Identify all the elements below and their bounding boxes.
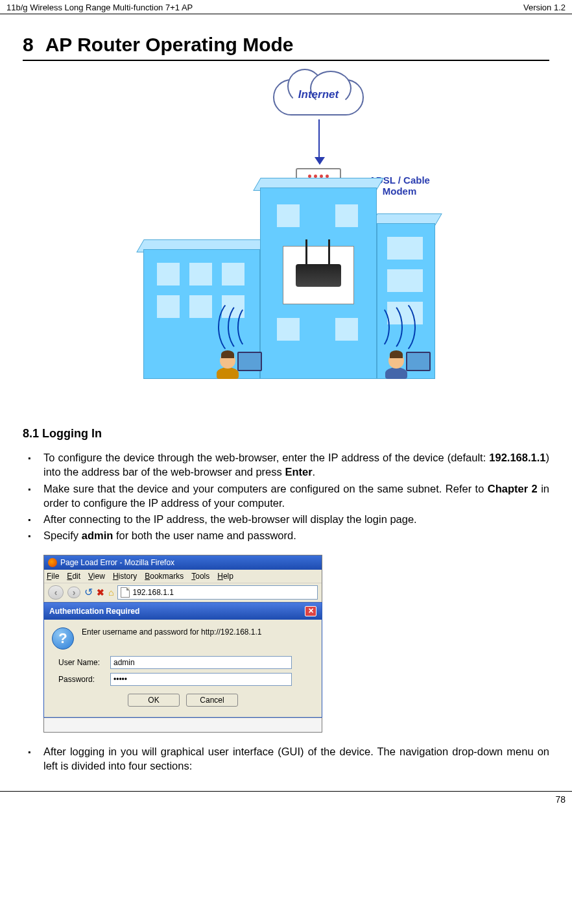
browser-toolbar: ‹ › ↺ ✖ ⌂ 192.168.1.1 — [44, 583, 322, 602]
menu-history[interactable]: History — [113, 572, 137, 581]
arrow-down-icon — [315, 157, 325, 165]
close-icon[interactable]: ✕ — [305, 606, 316, 616]
monitor-icon — [406, 352, 431, 371]
browser-screenshot: Page Load Error - Mozilla Firefox File E… — [43, 555, 549, 733]
user-icon — [215, 353, 241, 379]
instruction-list: To configure the device through the web-… — [23, 450, 549, 543]
page-footer: 78 — [0, 791, 572, 807]
doc-title: 11b/g Wireless Long Range Multi-function… — [6, 3, 193, 12]
browser-menubar: File Edit View History Bookmarks Tools H… — [44, 570, 322, 583]
internet-cloud: Internet — [273, 74, 364, 119]
list-item: After logging in you will graphical user… — [23, 744, 549, 773]
question-icon: ? — [52, 627, 74, 650]
auth-dialog-title: Authentication Required — [49, 607, 139, 616]
router-icon — [283, 246, 354, 304]
list-item: To configure the device through the web-… — [23, 450, 549, 480]
auth-dialog: Authentication Required ✕ ? Enter userna… — [43, 602, 322, 718]
chapter-heading: 8AP Router Operating Mode — [23, 34, 549, 61]
menu-bookmarks[interactable]: Bookmarks — [145, 572, 184, 581]
back-button[interactable]: ‹ — [48, 585, 64, 600]
password-field[interactable] — [110, 673, 292, 686]
chapter-title-text: AP Router Operating Mode — [45, 34, 294, 55]
menu-edit[interactable]: Edit — [67, 572, 80, 581]
username-field[interactable] — [110, 656, 292, 669]
username-label: User Name: — [58, 658, 110, 667]
instruction-list-continued: After logging in you will graphical user… — [23, 744, 549, 773]
cancel-button[interactable]: Cancel — [186, 694, 238, 707]
forward-button[interactable]: › — [67, 587, 80, 598]
window-title: Page Load Error - Mozilla Firefox — [60, 558, 174, 567]
address-bar[interactable]: 192.168.1.1 — [117, 585, 318, 600]
menu-tools[interactable]: Tools — [191, 572, 209, 581]
page-icon — [121, 587, 130, 598]
stop-icon[interactable]: ✖ — [97, 587, 104, 598]
network-diagram: Internet ADSL / Cable Modem — [23, 74, 549, 401]
password-label: Password: — [58, 675, 110, 684]
auth-message: Enter username and password for http://1… — [82, 627, 262, 637]
menu-view[interactable]: View — [88, 572, 105, 581]
page-number: 78 — [555, 794, 566, 805]
doc-version: Version 1.2 — [523, 3, 566, 12]
cloud-label: Internet — [273, 88, 364, 101]
menu-file[interactable]: File — [47, 572, 59, 581]
page-content: 8AP Router Operating Mode Internet ADSL … — [0, 14, 572, 781]
firefox-icon — [48, 558, 57, 567]
home-icon[interactable]: ⌂ — [108, 587, 113, 598]
section-heading: 8.1 Logging In — [23, 427, 549, 441]
user-icon — [383, 353, 409, 379]
ok-button[interactable]: OK — [128, 694, 180, 707]
list-item: After connecting to the IP address, the … — [23, 512, 549, 526]
reload-icon[interactable]: ↺ — [84, 586, 93, 598]
monitor-icon — [237, 352, 262, 371]
list-item: Specify admin for both the user name and… — [23, 528, 549, 542]
list-item: Make sure that the device and your compu… — [23, 481, 549, 511]
chapter-number: 8 — [23, 34, 34, 55]
page-header: 11b/g Wireless Long Range Multi-function… — [0, 0, 572, 14]
url-text: 192.168.1.1 — [132, 588, 173, 597]
browser-titlebar: Page Load Error - Mozilla Firefox — [44, 555, 322, 570]
menu-help[interactable]: Help — [217, 572, 233, 581]
